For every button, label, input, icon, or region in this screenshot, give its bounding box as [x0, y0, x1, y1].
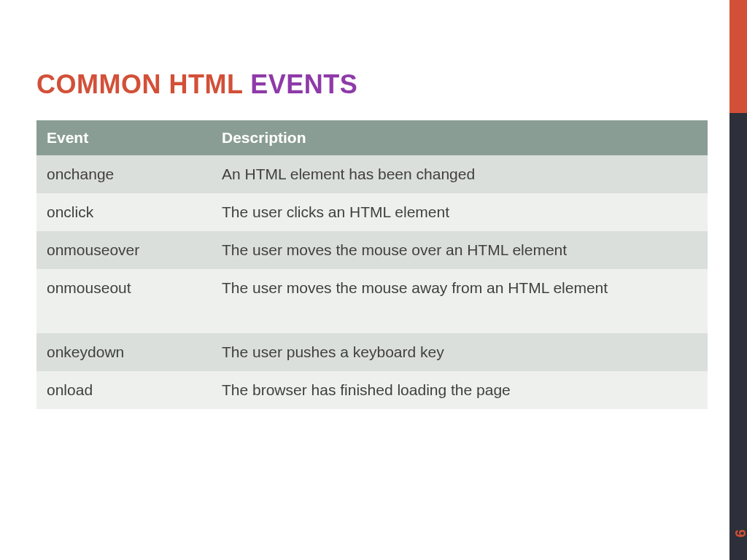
events-table: Event Description onchange An HTML eleme…	[36, 120, 708, 409]
title-part-events: EVENTS	[250, 69, 357, 99]
table-row: onclick The user clicks an HTML element	[36, 193, 708, 231]
table-header-row: Event Description	[36, 120, 708, 155]
cell-event: onload	[36, 371, 212, 409]
cell-event: onmouseover	[36, 231, 212, 269]
table-row: onmouseout The user moves the mouse away…	[36, 269, 708, 333]
right-accent-orange	[729, 0, 747, 113]
cell-description: The user moves the mouse over an HTML el…	[212, 231, 708, 269]
title-part-common-html: COMMON HTML	[36, 69, 243, 99]
cell-event: onkeydown	[36, 333, 212, 371]
page-title: COMMON HTML EVENTS	[36, 69, 711, 100]
header-event: Event	[36, 120, 212, 155]
table-row: onkeydown The user pushes a keyboard key	[36, 333, 708, 371]
cell-description: The browser has finished loading the pag…	[212, 371, 708, 409]
cell-description: The user pushes a keyboard key	[212, 333, 708, 371]
table-row: onmouseover The user moves the mouse ove…	[36, 231, 708, 269]
page-number: 9	[732, 529, 747, 537]
cell-description: The user clicks an HTML element	[212, 193, 708, 231]
cell-description: An HTML element has been changed	[212, 155, 708, 193]
cell-event: onclick	[36, 193, 212, 231]
table-row: onchange An HTML element has been change…	[36, 155, 708, 193]
right-accent-dark	[729, 113, 747, 560]
cell-event: onmouseout	[36, 269, 212, 333]
cell-event: onchange	[36, 155, 212, 193]
header-description: Description	[212, 120, 708, 155]
right-accent-bar	[729, 0, 747, 560]
table-row: onload The browser has finished loading …	[36, 371, 708, 409]
slide-content: COMMON HTML EVENTS Event Description onc…	[0, 0, 747, 409]
cell-description: The user moves the mouse away from an HT…	[212, 269, 708, 333]
